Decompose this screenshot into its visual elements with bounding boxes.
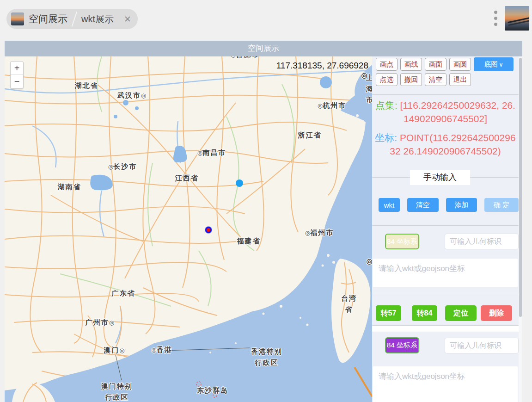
geometry-id-input[interactable] [445, 234, 519, 249]
convert-to-57-button[interactable]: 转57 [376, 305, 401, 321]
map-label: 广东省 [112, 288, 135, 299]
add-button[interactable]: 添加 [446, 198, 477, 212]
map-label: ◎南昌市 [197, 147, 226, 158]
cursor-coordinates: 117.318135, 27.696928 [276, 61, 368, 71]
point-set-label: 点集: [375, 100, 397, 111]
map-selected-point-marker[interactable] [205, 227, 212, 233]
wkt-geojson-textarea-secondary[interactable] [373, 366, 518, 402]
clear-input-button[interactable]: 清空 [407, 198, 439, 212]
wkt-coordinate-readout: 坐标: POINT(116.29264250029632 26.14902090… [372, 131, 519, 161]
tab-separator [72, 12, 77, 27]
map-label: 澳门◎ [104, 345, 124, 356]
browser-menu-icon[interactable] [491, 8, 500, 29]
map-label: 香港特别 行政区 [251, 346, 282, 368]
close-icon[interactable]: ✕ [124, 15, 131, 24]
basemap-dropdown-button[interactable]: 底图∨ [474, 57, 514, 71]
zoom-in-button[interactable]: + [11, 62, 23, 75]
scrollbar-thumb[interactable] [519, 58, 522, 317]
panel-scrollbar[interactable] [519, 56, 522, 402]
section-divider [372, 325, 519, 332]
crs-84-button-secondary[interactable]: 84 坐标系 [385, 337, 419, 353]
wkt-geojson-textarea[interactable] [373, 259, 518, 287]
convert-to-84-button[interactable]: 转84 [412, 305, 437, 321]
chevron-down-icon: ∨ [499, 61, 503, 68]
map-label: 福建省 [237, 235, 261, 247]
tab-strip: 空间展示 wkt展示 ✕ [6, 9, 138, 29]
draw-point-button[interactable]: 画点 [376, 58, 397, 71]
map-label: 上海市 [366, 72, 373, 105]
map-label: 台湾省 [337, 293, 361, 315]
map-label: 澳门特别 行政区 [101, 381, 133, 402]
map-canvas[interactable]: ◎合肥市◎上海市湖北省武汉市◎◎杭州市浙江省◎南昌市◎长沙市江西省湖南省◎福州市… [5, 56, 372, 402]
clear-button[interactable]: 清空 [425, 73, 446, 86]
wkt-button[interactable]: wkt [379, 198, 400, 212]
map-label: ◎杭州市 [318, 100, 346, 111]
map-label: ◎合肥市 [231, 56, 259, 60]
draw-circle-button[interactable]: 画圆 [449, 58, 471, 71]
tab-wkt-display[interactable]: wkt展示 ✕ [81, 9, 131, 29]
crs-84-button[interactable]: 84 坐标系 [385, 234, 419, 249]
manual-input-legend: 手动输入 [410, 170, 470, 185]
locate-button[interactable]: 定位 [445, 305, 477, 321]
manual-input-divider: 手动输入 [372, 177, 519, 178]
page-right-gutter [527, 41, 532, 402]
undo-button[interactable]: 撤回 [400, 73, 422, 86]
map-label: ◎ [366, 256, 372, 267]
map-label: 广州市◎ [86, 317, 114, 328]
pick-point-button[interactable]: 点选 [376, 73, 397, 86]
tab-label: wkt展示 [81, 13, 114, 25]
zoom-out-button[interactable]: − [11, 75, 23, 88]
tab-spatial-display[interactable]: 空间展示 [11, 9, 67, 29]
tab-label: 空间展示 [29, 12, 67, 25]
draw-line-button[interactable]: 画线 [400, 58, 422, 71]
geometry-id-input-secondary[interactable] [445, 338, 519, 353]
coordinate-value: POINT(116.29264250029632 26.149020906745… [390, 132, 515, 156]
map-point-marker[interactable] [236, 179, 243, 187]
map-label: 江西省 [175, 173, 199, 184]
avatar[interactable] [505, 6, 529, 31]
map-label: 武汉市◎ [117, 90, 146, 101]
map-label: 东沙群岛 [197, 385, 228, 396]
confirm-button[interactable]: 确 定 [484, 198, 519, 212]
point-set-readout: 点集: [116.29264250029632, 26.149020906745… [372, 99, 519, 125]
map-zoom-control: + − [10, 61, 24, 89]
map-label: 浙江省 [298, 130, 322, 141]
favicon-image [11, 12, 24, 25]
delete-button[interactable]: 删除 [481, 305, 512, 321]
map-label: ◎福州市 [305, 227, 334, 238]
map-label: 湖北省 [75, 80, 98, 91]
coordinate-label: 坐标: [375, 132, 397, 143]
draw-polygon-button[interactable]: 画面 [425, 58, 446, 71]
map-label: ◎长沙市 [108, 161, 137, 172]
wkt-tool-panel: 画点 画线 画面 画圆 底图∨ 点选 撤回 清空 退出 点集: [116.292… [372, 56, 519, 402]
browser-tab-bar: 空间展示 wkt展示 ✕ [0, 0, 532, 41]
point-set-value: [116.29264250029632, 26.149020906745502] [400, 100, 516, 124]
app-window: 空间展示 [5, 41, 522, 402]
map-label: 湖南省 [58, 181, 81, 192]
exit-button[interactable]: 退出 [449, 73, 471, 86]
page-title: 空间展示 [5, 41, 522, 56]
map-label: ◎香港 [151, 344, 172, 355]
